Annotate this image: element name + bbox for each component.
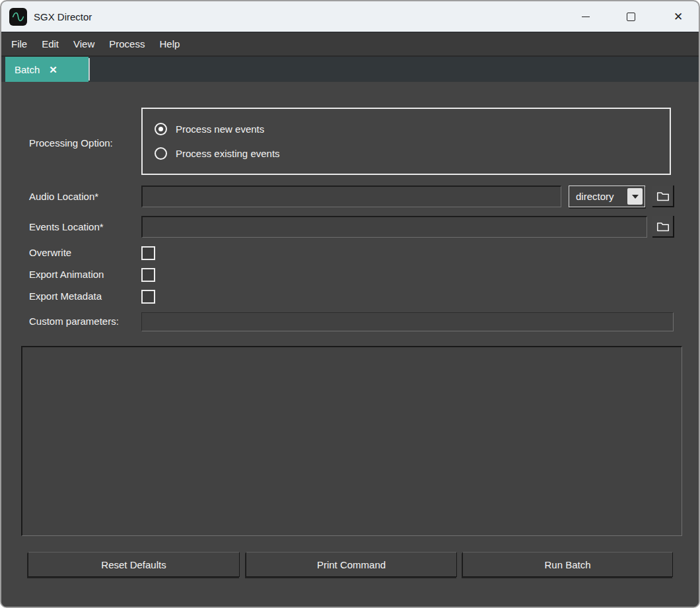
audio-location-type-select[interactable]: directory bbox=[569, 186, 645, 207]
menu-file[interactable]: File bbox=[4, 32, 34, 55]
titlebar: SGX Director ✕ bbox=[1, 1, 699, 32]
app-window: SGX Director ✕ File Edit View Process He… bbox=[0, 0, 700, 608]
custom-parameters-label: Custom parameters: bbox=[29, 316, 119, 327]
menu-process[interactable]: Process bbox=[102, 32, 152, 55]
export-animation-checkbox[interactable] bbox=[141, 268, 155, 282]
tab-batch-label: Batch bbox=[15, 64, 40, 75]
menu-edit[interactable]: Edit bbox=[34, 32, 66, 55]
minimize-button[interactable] bbox=[571, 1, 601, 32]
overwrite-checkbox[interactable] bbox=[141, 246, 155, 260]
tab-batch[interactable]: Batch ✕ bbox=[5, 57, 88, 82]
radio-process-existing-events-label: Process existing events bbox=[176, 148, 280, 159]
radio-process-new-events[interactable]: Process new events bbox=[155, 123, 670, 135]
print-command-button[interactable]: Print Command bbox=[246, 552, 457, 577]
radio-process-existing-events[interactable]: Process existing events bbox=[155, 147, 670, 160]
menu-help[interactable]: Help bbox=[152, 32, 187, 55]
audio-location-browse-button[interactable] bbox=[652, 186, 674, 207]
overwrite-label: Overwrite bbox=[29, 247, 71, 258]
tab-divider bbox=[88, 58, 90, 81]
folder-icon bbox=[656, 219, 670, 234]
close-button[interactable]: ✕ bbox=[663, 1, 693, 32]
window-title: SGX Director bbox=[34, 11, 571, 22]
processing-option-group: Process new events Process existing even… bbox=[141, 108, 671, 175]
menubar: File Edit View Process Help bbox=[1, 32, 699, 57]
folder-icon bbox=[656, 189, 670, 203]
batch-panel: Processing Option: Process new events Pr… bbox=[1, 82, 699, 608]
maximize-icon bbox=[627, 13, 635, 21]
radio-button-icon[interactable] bbox=[155, 147, 167, 160]
export-metadata-checkbox[interactable] bbox=[141, 290, 155, 304]
audio-location-label: Audio Location* bbox=[29, 191, 98, 202]
tab-bar: Batch ✕ bbox=[1, 57, 699, 82]
audio-location-type-value: directory bbox=[569, 191, 627, 202]
log-output-area[interactable] bbox=[21, 346, 682, 536]
maximize-button[interactable] bbox=[615, 1, 646, 32]
radio-button-icon[interactable] bbox=[155, 123, 167, 135]
processing-option-label: Processing Option: bbox=[29, 137, 113, 149]
radio-process-new-events-label: Process new events bbox=[176, 123, 264, 135]
tab-close-icon[interactable]: ✕ bbox=[49, 65, 57, 75]
events-location-browse-button[interactable] bbox=[652, 216, 674, 238]
events-location-label: Events Location* bbox=[29, 221, 104, 232]
audio-location-input[interactable] bbox=[141, 186, 561, 207]
custom-parameters-input[interactable] bbox=[141, 312, 674, 331]
minimize-icon bbox=[582, 17, 590, 17]
combo-dropdown-button[interactable] bbox=[627, 188, 643, 205]
close-icon: ✕ bbox=[674, 11, 683, 22]
chevron-down-icon bbox=[632, 195, 639, 199]
run-batch-button[interactable]: Run Batch bbox=[462, 552, 673, 577]
app-logo-icon bbox=[9, 8, 27, 26]
export-animation-label: Export Animation bbox=[29, 269, 104, 280]
events-location-input[interactable] bbox=[141, 216, 647, 238]
reset-defaults-button[interactable]: Reset Defaults bbox=[28, 552, 240, 577]
menu-view[interactable]: View bbox=[66, 32, 102, 55]
export-metadata-label: Export Metadata bbox=[29, 290, 102, 302]
